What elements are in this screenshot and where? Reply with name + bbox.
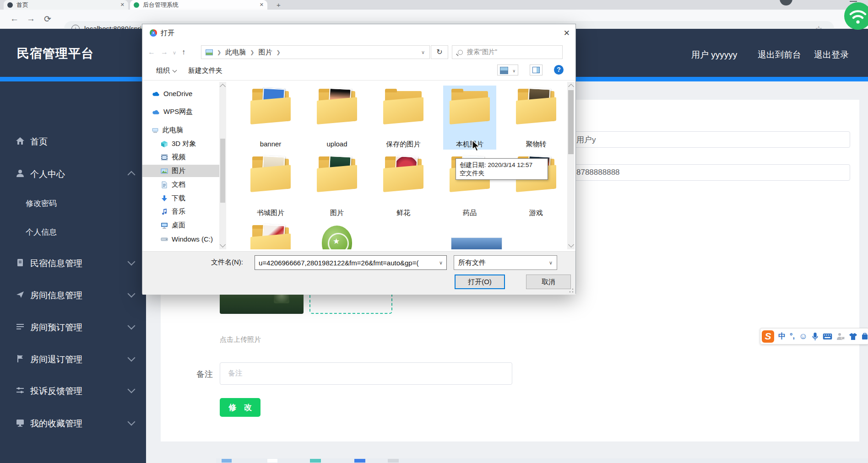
app-icon-green[interactable] <box>322 226 352 249</box>
sidebar-item-home[interactable]: 首页 <box>0 132 146 150</box>
nav-pictures-selected[interactable]: 图片 <box>142 165 219 177</box>
tab-close-icon[interactable]: ✕ <box>260 2 264 8</box>
tab-admin-active[interactable]: 后台管理系统 ✕ <box>130 0 267 10</box>
preview-pane-button[interactable] <box>530 65 542 75</box>
submit-button[interactable]: 修 改 <box>220 398 260 417</box>
scroll-down-icon[interactable] <box>220 242 226 248</box>
nav-wps-cloud[interactable]: WPS网盘 <box>142 106 219 118</box>
dialog-title-bar[interactable]: 打开 ✕ <box>142 24 575 42</box>
folder-pictures[interactable] <box>316 156 358 194</box>
sidebar: 首页 个人中心 修改密码 个人信息 民宿信息管理 房间信息管理 房间预订管理 <box>0 81 146 463</box>
scroll-down-icon[interactable] <box>568 242 574 248</box>
nav-documents[interactable]: 文档 <box>142 178 219 191</box>
dialog-close-icon[interactable]: ✕ <box>564 28 570 38</box>
mouse-cursor <box>472 140 481 152</box>
folder-partial[interactable] <box>250 225 292 249</box>
phone-field[interactable]: 8788888888 <box>568 164 850 181</box>
nav-music[interactable]: 音乐 <box>142 205 219 218</box>
nav-3d-objects[interactable]: 3D 对象 <box>142 138 219 150</box>
dialog-search-box[interactable]: 搜索"图片" <box>452 45 563 59</box>
breadcrumb-dropdown-icon[interactable]: ∨ <box>421 49 425 55</box>
sidebar-item-room-info[interactable]: 房间信息管理 <box>0 285 146 304</box>
image-partial[interactable] <box>451 237 502 249</box>
folder-flowers[interactable] <box>382 156 424 194</box>
skin-tshirt-icon[interactable] <box>849 333 857 340</box>
sidebar-subitem-change-password[interactable]: 修改密码 <box>0 195 146 210</box>
back-icon[interactable]: ← <box>10 14 19 24</box>
nav-onedrive[interactable]: OneDrive <box>142 87 219 100</box>
sidebar-item-personal-center[interactable]: 个人中心 <box>0 164 146 183</box>
forward-icon[interactable]: → <box>27 14 35 24</box>
resize-grip[interactable] <box>569 288 574 293</box>
cancel-button[interactable]: 取消 <box>526 275 571 289</box>
nav-this-pc[interactable]: 此电脑 <box>142 124 219 136</box>
keyboard-icon[interactable] <box>823 333 832 340</box>
nav-desktop[interactable]: 桌面 <box>142 219 219 232</box>
sidebar-item-homestay-info[interactable]: 民宿信息管理 <box>0 253 146 272</box>
drive-icon <box>161 236 168 243</box>
breadcrumb-this-pc[interactable]: 此电脑 <box>225 48 246 57</box>
sidebar-item-my-favorites[interactable]: 我的收藏管理 <box>0 414 146 432</box>
home-icon <box>16 136 25 145</box>
note-input[interactable]: 备注 <box>220 362 512 385</box>
chevron-down-icon <box>173 68 177 73</box>
refresh-button[interactable]: ↻ <box>431 45 448 59</box>
scrollbar-thumb[interactable] <box>220 139 225 203</box>
dialog-back-icon[interactable]: ← <box>148 48 155 56</box>
folder-local-photos-selected[interactable] <box>449 88 491 126</box>
sidebar-item-room-cancel[interactable]: 房间退订管理 <box>0 350 146 368</box>
chevron-down-icon[interactable]: ∨ <box>439 260 443 266</box>
screen-recorder-wifi-icon[interactable] <box>844 2 868 30</box>
folder-bookstore-pictures[interactable] <box>250 156 292 194</box>
browser-profile-avatar[interactable] <box>780 0 792 5</box>
sidebar-subitem-personal-info[interactable]: 个人信息 <box>0 224 146 239</box>
toolbox-icon-partial[interactable] <box>862 333 868 340</box>
ime-mode-chinese[interactable]: 中 <box>778 332 786 341</box>
microphone-icon[interactable] <box>812 332 819 341</box>
character-picker-icon[interactable]: 12 <box>836 333 845 340</box>
help-button[interactable]: ? <box>553 65 564 75</box>
sidebar-item-complaint-feedback[interactable]: 投诉反馈管理 <box>0 381 146 399</box>
nav-windows-c[interactable]: Windows (C:) <box>142 233 219 245</box>
header-exit-front-link[interactable]: 退出到前台 <box>758 49 801 61</box>
sogou-ime-toolbar[interactable]: S 中 °, ☺ 12 <box>760 328 868 345</box>
tab-close-icon[interactable]: ✕ <box>120 2 125 8</box>
breadcrumb-pictures[interactable]: 图片 <box>258 48 272 57</box>
tab-home[interactable]: 首页 ✕ <box>4 0 128 10</box>
scroll-up-icon[interactable] <box>220 84 226 90</box>
document-icon <box>161 181 168 188</box>
scrollbar-thumb[interactable] <box>568 90 574 154</box>
nav-scrollbar[interactable] <box>219 82 226 249</box>
dialog-up-icon[interactable]: ↑ <box>182 48 185 56</box>
open-button[interactable]: 打开(O) <box>455 275 505 289</box>
window-minimize-icon[interactable] <box>850 1 857 2</box>
breadcrumb[interactable]: ❯ 此电脑 ❯ 图片 ❯ ∨ <box>201 45 430 59</box>
sidebar-item-room-booking[interactable]: 房间预订管理 <box>0 318 146 336</box>
tab-title: 后台管理系统 <box>143 1 256 9</box>
film-icon <box>161 154 168 161</box>
file-list-scrollbar[interactable] <box>567 82 575 249</box>
folder-saved-pictures[interactable] <box>382 88 424 126</box>
new-tab-button[interactable]: + <box>277 1 281 9</box>
scroll-up-icon[interactable] <box>568 84 574 90</box>
new-folder-button[interactable]: 新建文件夹 <box>188 66 222 75</box>
folder-upload[interactable] <box>316 88 358 126</box>
reload-icon[interactable]: ⟳ <box>44 14 51 24</box>
filename-input[interactable]: u=4206966667,2801982122&fm=26&fmt=auto&g… <box>255 255 447 270</box>
folder-banner[interactable] <box>250 88 292 126</box>
username-field[interactable]: 用户y <box>568 131 850 148</box>
organize-button[interactable]: 组织 <box>156 66 176 75</box>
filetype-select[interactable]: 所有文件 ∨ <box>454 255 557 270</box>
ime-punctuation[interactable]: °, <box>790 332 795 340</box>
folder-label: 书城图片 <box>241 209 300 217</box>
nav-downloads[interactable]: 下载 <box>142 192 219 205</box>
sogou-logo-icon[interactable]: S <box>762 330 774 343</box>
emoji-icon[interactable]: ☺ <box>799 331 808 341</box>
dialog-forward-icon[interactable]: → <box>161 48 168 56</box>
dialog-history-chevron-icon[interactable]: ∨ <box>173 50 176 56</box>
header-logout-link[interactable]: 退出登录 <box>814 49 849 61</box>
folder-juwuzhuan[interactable] <box>515 88 557 126</box>
nav-label: 桌面 <box>172 221 185 230</box>
view-mode-button[interactable]: ∨ <box>497 65 518 75</box>
nav-videos[interactable]: 视频 <box>142 151 219 163</box>
